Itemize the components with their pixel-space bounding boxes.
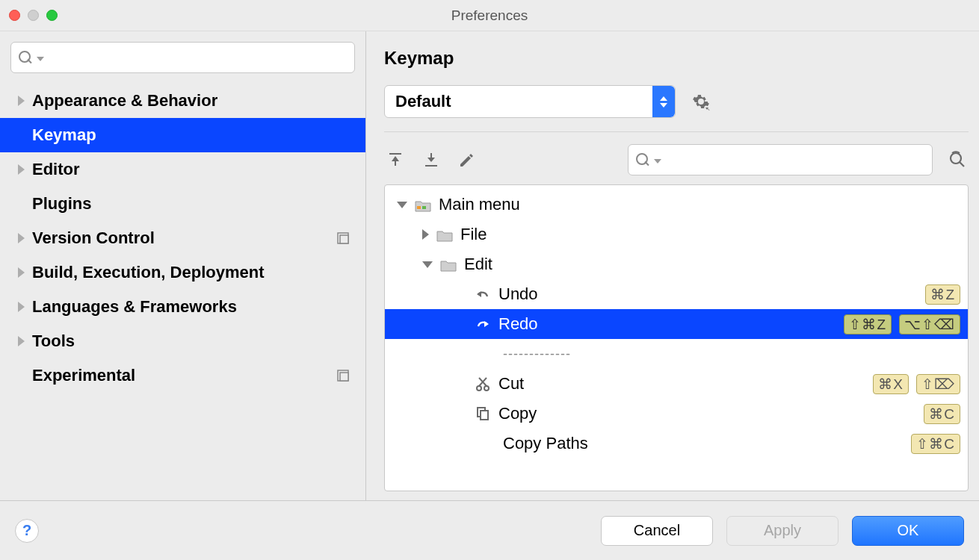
- collapse-all-button[interactable]: [420, 149, 442, 171]
- divider: [384, 131, 969, 132]
- window-title: Preferences: [0, 7, 979, 24]
- svg-marker-15: [477, 291, 481, 297]
- expand-arrow-icon: [18, 96, 25, 106]
- sidebar: Appearance & Behavior Keymap Editor Plug…: [0, 31, 366, 500]
- sidebar-item-plugins[interactable]: Plugins: [0, 187, 365, 221]
- select-arrows-icon: [652, 86, 675, 117]
- shortcut-badge: ⌘X: [873, 374, 909, 394]
- shortcut-badge: ⇧⌦: [916, 374, 960, 394]
- settings-search-input[interactable]: [47, 50, 347, 66]
- keymap-tree[interactable]: Main menu File Edit: [384, 184, 969, 491]
- shortcut-list: ⇧⌘C: [911, 434, 960, 454]
- cancel-button[interactable]: Cancel: [601, 516, 713, 546]
- find-by-shortcut-button[interactable]: [946, 149, 969, 171]
- expand-arrow-icon: [18, 336, 25, 346]
- shortcut-badge: ⇧⌘Z: [844, 314, 892, 335]
- settings-search-box[interactable]: [10, 42, 355, 73]
- page-title: Keymap: [384, 48, 969, 69]
- sidebar-item-label: Plugins: [32, 194, 91, 214]
- gear-icon[interactable]: [692, 93, 710, 111]
- main-panel: Keymap Default: [366, 31, 979, 500]
- svg-point-17: [477, 386, 481, 391]
- svg-rect-3: [340, 373, 348, 381]
- shortcut-list: ⌘C: [924, 404, 960, 424]
- action-search-box[interactable]: [628, 144, 933, 175]
- separator-label: -------------: [503, 346, 960, 362]
- tree-action-undo[interactable]: Undo ⌘Z: [385, 279, 968, 309]
- sidebar-item-label: Experimental: [32, 366, 135, 385]
- tree-node-label: File: [460, 225, 960, 244]
- tree-node-edit[interactable]: Edit: [385, 249, 968, 279]
- sidebar-item-label: Appearance & Behavior: [32, 91, 217, 111]
- svg-rect-13: [417, 206, 421, 209]
- sidebar-item-label: Version Control: [32, 228, 155, 248]
- sidebar-item-tools[interactable]: Tools: [0, 324, 365, 358]
- folder-icon: [440, 258, 457, 271]
- shortcut-badge: ⌘C: [924, 404, 960, 424]
- tree-action-cut[interactable]: Cut ⌘X ⇧⌦: [385, 369, 968, 399]
- sidebar-item-label: Keymap: [32, 125, 96, 145]
- help-button[interactable]: ?: [15, 519, 39, 543]
- tree-node-label: Main menu: [439, 195, 960, 214]
- expand-arrow-icon: [18, 267, 25, 278]
- tree-action-copy-paths[interactable]: Copy Paths ⇧⌘C: [385, 429, 968, 458]
- titlebar: Preferences: [0, 0, 979, 31]
- action-label: Undo: [498, 284, 918, 304]
- tree-node-label: Edit: [464, 255, 960, 274]
- shortcut-list: ⌘Z: [925, 284, 960, 305]
- sidebar-item-label: Tools: [32, 332, 75, 351]
- sidebar-item-build-execution-deployment[interactable]: Build, Execution, Deployment: [0, 255, 365, 290]
- tree-node-main-menu[interactable]: Main menu: [385, 190, 968, 220]
- svg-point-18: [484, 386, 489, 391]
- svg-marker-4: [705, 108, 708, 110]
- shortcut-list: ⇧⌘Z ⌥⇧⌫: [844, 314, 960, 335]
- sidebar-item-version-control[interactable]: Version Control: [0, 221, 365, 255]
- sidebar-item-languages-frameworks[interactable]: Languages & Frameworks: [0, 290, 365, 324]
- copy-icon: [475, 405, 491, 422]
- action-label: Copy: [498, 404, 916, 423]
- sidebar-item-label: Languages & Frameworks: [32, 297, 237, 317]
- sidebar-item-keymap[interactable]: Keymap: [0, 118, 365, 152]
- undo-icon: [475, 286, 491, 302]
- search-icon: [19, 51, 32, 64]
- search-history-dropdown-icon[interactable]: [654, 159, 661, 164]
- shortcut-badge: ⇧⌘C: [911, 434, 960, 454]
- cut-icon: [475, 376, 491, 392]
- edit-shortcut-button[interactable]: [456, 149, 478, 171]
- search-history-dropdown-icon[interactable]: [37, 57, 44, 61]
- action-search-input[interactable]: [664, 152, 924, 168]
- ok-button[interactable]: OK: [852, 516, 964, 546]
- tree-action-redo[interactable]: Redo ⇧⌘Z ⌥⇧⌫: [385, 309, 968, 339]
- folder-icon: [415, 198, 431, 211]
- shortcut-badge: ⌥⇧⌫: [899, 314, 960, 335]
- expand-all-button[interactable]: [384, 149, 407, 171]
- project-settings-icon: [336, 231, 350, 246]
- chevron-right-icon: [422, 229, 429, 240]
- tree-separator-row[interactable]: -------------: [385, 339, 968, 369]
- chevron-down-icon: [422, 261, 433, 268]
- project-settings-icon: [336, 368, 350, 383]
- keymap-scheme-select[interactable]: Default: [384, 85, 676, 118]
- tree-action-copy[interactable]: Copy ⌘C: [385, 399, 968, 429]
- sidebar-item-appearance-behavior[interactable]: Appearance & Behavior: [0, 84, 365, 118]
- tree-node-file[interactable]: File: [385, 220, 968, 249]
- svg-point-11: [951, 153, 961, 164]
- sidebar-item-editor[interactable]: Editor: [0, 152, 365, 187]
- svg-marker-6: [392, 156, 399, 161]
- shortcut-badge: ⌘Z: [925, 284, 960, 305]
- svg-rect-1: [340, 235, 348, 243]
- scheme-selected-label: Default: [395, 92, 451, 111]
- sidebar-item-experimental[interactable]: Experimental: [0, 358, 365, 393]
- shortcut-list: ⌘X ⇧⌦: [873, 374, 960, 394]
- sidebar-item-label: Build, Execution, Deployment: [32, 263, 264, 282]
- action-label: Cut: [498, 374, 865, 393]
- svg-rect-14: [422, 206, 426, 209]
- expand-arrow-icon: [18, 233, 25, 243]
- folder-icon: [436, 228, 453, 241]
- svg-marker-16: [484, 321, 489, 327]
- action-label: Copy Paths: [503, 434, 904, 453]
- sidebar-item-label: Editor: [32, 160, 80, 179]
- expand-arrow-icon: [18, 302, 25, 312]
- chevron-down-icon: [397, 202, 407, 208]
- search-icon: [636, 153, 649, 167]
